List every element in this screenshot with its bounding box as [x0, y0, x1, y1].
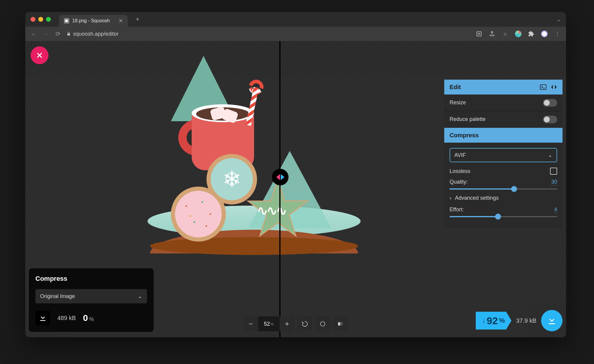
install-app-icon[interactable] — [476, 31, 482, 37]
terminal-icon[interactable] — [540, 84, 546, 90]
traffic-lights — [31, 17, 51, 22]
download-icon — [546, 315, 557, 326]
zoom-out-button[interactable]: − — [243, 316, 258, 331]
share-icon[interactable] — [489, 31, 495, 37]
advanced-settings-toggle[interactable]: › Advanced settings — [450, 195, 557, 201]
new-tab-button[interactable]: + — [135, 15, 139, 23]
svg-rect-7 — [342, 323, 343, 324]
close-tab-icon[interactable]: ✕ — [119, 18, 123, 24]
quality-value[interactable]: 30 — [551, 179, 557, 185]
zoom-toolbar: − 52 % + — [243, 316, 348, 331]
resize-row: Resize — [444, 94, 563, 111]
favicon — [64, 18, 69, 23]
copy-settings-icon[interactable] — [551, 84, 557, 90]
left-savings-percent: 0 % — [83, 313, 94, 323]
svg-rect-3 — [338, 322, 340, 326]
back-button[interactable]: ← — [31, 31, 37, 37]
quality-slider[interactable] — [450, 188, 557, 190]
svg-rect-4 — [341, 322, 341, 323]
right-settings-panel: Edit Resize Reduce palette Compress AVIF — [444, 80, 563, 228]
handle-left-icon — [276, 174, 280, 180]
image-preview[interactable]: ❄ ∿∿∿ — [138, 53, 367, 267]
extension-1-icon[interactable] — [515, 31, 521, 37]
effort-value[interactable]: 4 — [554, 207, 557, 213]
edit-header: Edit — [444, 80, 563, 94]
flip-button[interactable] — [333, 316, 348, 331]
tabs-overflow-icon[interactable]: ⌄ — [557, 17, 561, 22]
left-compress-panel: Compress Original Image ⌄ 489 kB 0 % — [29, 268, 154, 332]
chevron-down-icon: ⌄ — [548, 152, 552, 158]
url-bar: ← → ⟳ squoosh.app/editor ☆ ⋮ — [25, 27, 566, 41]
left-codec-select[interactable]: Original Image ⌄ — [35, 289, 147, 303]
effort-label: Effort: — [450, 207, 464, 213]
compress-header: Compress — [444, 128, 563, 143]
download-icon — [38, 313, 47, 322]
app-content: ❄ ∿∿∿ Compress Original Image ⌄ 489 kB 0 — [25, 41, 566, 337]
rotate-icon — [302, 321, 308, 327]
effort-slider[interactable] — [450, 216, 557, 217]
address-bar[interactable]: squoosh.app/editor — [67, 31, 119, 37]
bookmark-icon[interactable]: ☆ — [502, 31, 508, 37]
svg-rect-5 — [342, 322, 343, 323]
chevron-right-icon: › — [450, 195, 451, 201]
svg-rect-9 — [342, 324, 343, 325]
download-left-button[interactable] — [35, 311, 50, 325]
close-icon — [36, 51, 43, 59]
minimize-window-button[interactable] — [38, 17, 43, 22]
right-codec-select[interactable]: AVIF ⌄ — [450, 148, 557, 162]
lossless-checkbox[interactable] — [550, 168, 557, 175]
handle-right-icon — [281, 174, 284, 180]
url-text: squoosh.app/editor — [73, 31, 119, 37]
tab-title: 18.png - Squoosh — [72, 18, 110, 23]
right-codec-value: AVIF — [454, 152, 466, 158]
quality-label: Quality: — [450, 179, 468, 185]
savings-badge: ↓ 92 % — [476, 312, 511, 330]
comparison-handle[interactable] — [272, 169, 289, 185]
browser-window: 18.png - Squoosh ✕ + ⌄ ← → ⟳ squoosh.app… — [25, 12, 566, 337]
comparison-divider[interactable] — [279, 41, 281, 337]
profile-icon[interactable] — [541, 31, 548, 37]
extensions-icon[interactable] — [528, 31, 535, 37]
zoom-value[interactable]: 52 % — [258, 316, 280, 331]
lock-icon — [67, 32, 71, 36]
browser-tab[interactable]: 18.png - Squoosh ✕ — [59, 15, 128, 27]
svg-rect-1 — [540, 85, 546, 89]
svg-rect-6 — [341, 323, 341, 324]
reduce-palette-label: Reduce palette — [450, 116, 486, 122]
menu-icon[interactable]: ⋮ — [554, 31, 561, 37]
lossless-label: Lossless — [450, 168, 470, 174]
left-file-size: 489 kB — [57, 315, 76, 322]
zoom-in-button[interactable]: + — [280, 316, 294, 331]
flip-icon — [337, 321, 344, 327]
forward-button[interactable]: → — [43, 31, 49, 37]
resize-toggle[interactable] — [543, 99, 557, 107]
output-file-size: 37.9 kB — [516, 317, 536, 324]
reduce-palette-row: Reduce palette — [444, 111, 563, 128]
close-image-button[interactable] — [31, 46, 48, 64]
left-codec-value: Original Image — [40, 293, 75, 300]
tab-bar: 18.png - Squoosh ✕ + ⌄ — [25, 12, 566, 27]
svg-point-2 — [321, 322, 325, 326]
close-window-button[interactable] — [31, 17, 35, 22]
background-toggle-button[interactable] — [315, 316, 330, 331]
chevron-down-icon: ⌄ — [138, 293, 142, 300]
download-right-button[interactable] — [541, 310, 563, 331]
resize-label: Resize — [450, 100, 466, 106]
left-panel-title: Compress — [35, 275, 147, 283]
rotate-button[interactable] — [297, 316, 312, 331]
circle-icon — [320, 321, 326, 327]
output-stats: ↓ 92 % 37.9 kB — [476, 310, 563, 331]
svg-rect-8 — [341, 324, 341, 325]
maximize-window-button[interactable] — [46, 17, 51, 22]
reduce-palette-toggle[interactable] — [543, 116, 557, 123]
reload-button[interactable]: ⟳ — [56, 30, 61, 37]
